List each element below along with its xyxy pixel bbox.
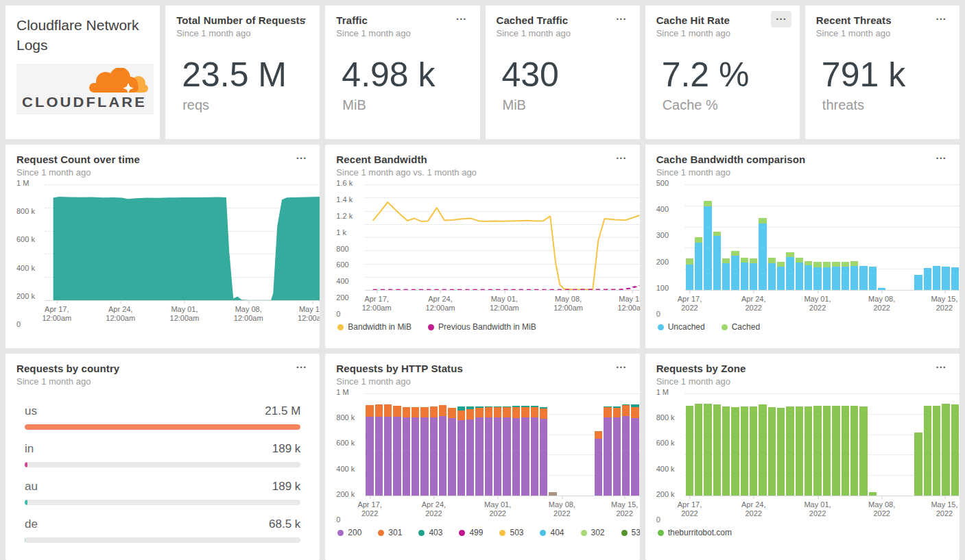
legend-item-Cached[interactable]: Cached [722,322,760,332]
bar-segment-uncached [823,267,831,290]
panel-menu-button[interactable]: ... [611,11,632,27]
bar-segment-301 [622,405,630,416]
legend-item-Previous Bandwidth in MiB[interactable]: Previous Bandwidth in MiB [428,322,536,332]
legend-item-301[interactable]: 301 [378,528,402,537]
legend-item-Uncached[interactable]: Uncached [658,322,705,332]
panel-title: Cached Traffic [497,14,629,26]
bar-segment-200 [512,418,520,496]
panel-menu-button[interactable]: ... [451,11,472,27]
panel-subtitle: Since 1 month ago vs. 1 month ago [336,167,628,178]
panel-menu-button[interactable]: ... [611,150,632,167]
plot-area [365,393,639,496]
bar-slot [749,184,758,290]
bar-segment-theburritobot.com [686,406,693,496]
legend-label: Bandwidth in MiB [348,322,412,332]
brand-card: Cloudflare Network Logs CLOUDFLARE [5,5,160,139]
bar-segment-uncached [842,267,849,290]
bar-segment-200 [466,419,474,496]
bar-slot [785,184,794,290]
bar-segment-301 [393,406,401,417]
503-legend-dot [499,530,505,536]
bar-segment-uncached [750,263,757,290]
y-tick-label: 200 k [656,490,675,498]
bar-segment-cached [786,252,794,257]
plot-area [45,184,320,301]
country-label: au [25,480,38,494]
x-tick-label: May 15,2022 [931,295,957,313]
chart-card-requests-by-country: ... Requests by country Since 1 month ag… [5,354,320,560]
bar-segment-cached [777,262,785,267]
y-tick-label: 1 M [16,179,29,187]
bar-segment-301 [412,407,419,417]
200-legend-dot [337,530,344,536]
y-tick-label: 0 [656,515,660,524]
bar-slot [896,184,905,290]
panel-menu-button[interactable]: ... [931,150,951,167]
y-tick-label: 500 [656,179,669,187]
bar-segment-theburritobot.com [832,406,839,496]
bar-segment-301 [631,407,639,418]
legend-item-Bandwidth in MiB[interactable]: Bandwidth in MiB [337,322,412,332]
499-legend-dot [459,530,465,536]
x-tick-label: May 01,12:00am [170,305,200,323]
stat-value: 7.2 % [662,55,800,95]
bar-slot [392,393,401,496]
stat-card-total-requests: ... Total Number of Requests Since 1 mon… [165,5,320,139]
legend-label: 200 [348,528,361,537]
bar-slot [886,393,895,496]
request-count-chart: 1 M800 k600 k400 k200 k0 Apr 17,12:00amA… [5,184,320,326]
plot-area [365,184,639,291]
legend-item-499[interactable]: 499 [459,528,483,537]
bar-slot [539,393,548,496]
panel-menu-button[interactable]: ... [291,11,312,27]
bar-slot [438,393,447,496]
legend-item-theburritobot.com[interactable]: theburritobot.com [658,528,732,537]
country-row: us21.5 M [25,404,300,430]
bar-segment-theburritobot.com [805,406,812,496]
stat-card-cache-hit-rate: ... Cache Hit Rate Since 1 month ago 7.2… [645,5,800,139]
country-bar-track [25,500,300,505]
legend-item-530[interactable]: 530 [621,528,640,537]
panel-menu-button[interactable]: ... [291,359,312,376]
stat-unit: Cache % [663,97,800,113]
y-axis: 1.6 k1.4 k1.2 k1 k8006004002000 [336,184,365,315]
dashboard-grid: Cloudflare Network Logs CLOUDFLARE ... T… [0,0,965,560]
bar-segment-200 [521,417,529,496]
bar-segment-301 [466,409,474,419]
panel-menu-button[interactable]: ... [931,11,951,27]
legend-item-503[interactable]: 503 [499,528,523,537]
legend-item-302[interactable]: 302 [581,528,605,537]
y-tick-label: 600 k [656,439,675,447]
legend-label: Cached [732,322,760,332]
x-axis: Apr 17,2022Apr 24,2022May 01,2022May 08,… [685,291,960,315]
legend-label: theburritobot.com [668,528,732,537]
legend-item-404[interactable]: 404 [540,528,564,537]
bar-segment-theburritobot.com [924,406,931,496]
bar-slot [484,393,493,496]
panel-subtitle: Since 1 month ago [656,376,949,387]
legend-item-200[interactable]: 200 [337,528,361,537]
bar-slot [575,393,584,496]
bar-slot [713,393,722,496]
bar-segment-uncached [741,263,748,290]
bar-segment-301 [521,407,529,418]
y-tick-label: 0 [656,310,660,318]
bar-slot [923,393,932,496]
Uncached-legend-dot [658,324,664,330]
x-tick-label: Apr 17,12:00am [362,295,392,313]
panel-menu-button[interactable]: ... [291,150,312,167]
theburritobot.com-legend-dot [658,530,664,536]
country-row: au189 k [25,480,300,505]
301-legend-dot [378,530,384,536]
country-value: 189 k [272,442,301,456]
cloudflare-logo-image: CLOUDFLARE [21,68,150,110]
legend-item-403[interactable]: 403 [418,528,442,537]
x-tick-label: May 15,12:00am [617,295,639,313]
panel-menu-button[interactable]: ... [771,11,791,27]
recent-bandwidth-chart: 1.6 k1.4 k1.2 k1 k8006004002000 Apr 17,1… [325,184,639,332]
bar-segment-301 [375,404,383,417]
bar-segment-theburritobot.com [759,404,766,496]
panel-title: Recent Bandwidth [336,154,628,165]
panel-menu-button[interactable]: ... [931,359,951,376]
panel-menu-button[interactable]: ... [611,359,632,376]
